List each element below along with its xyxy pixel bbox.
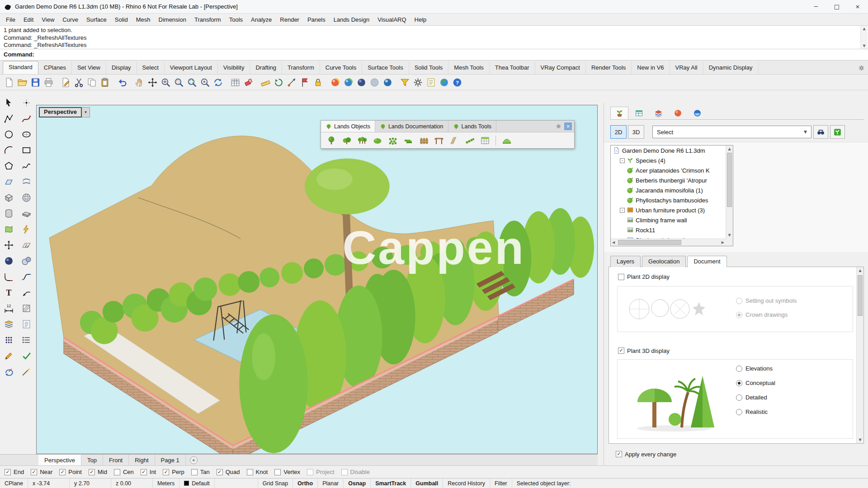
menu-solid[interactable]: Solid <box>111 14 132 25</box>
panel-tab-thea[interactable] <box>688 107 706 119</box>
move-button[interactable] <box>3 239 15 251</box>
pencil-edit-button[interactable] <box>3 350 15 361</box>
filter-funnel-button[interactable] <box>398 76 411 89</box>
3d-scene[interactable]: Cappen <box>37 105 597 454</box>
check-button[interactable] <box>20 350 33 361</box>
osnap-int-checkbox[interactable]: ✓Int <box>141 469 156 475</box>
copy-button[interactable] <box>85 76 98 89</box>
osnap-project-checkbox[interactable]: Project <box>307 469 334 475</box>
toolbar-tab-transform[interactable]: Transform <box>282 61 320 74</box>
tree-item[interactable]: Acer platanoides 'Crimson K <box>611 165 726 175</box>
tree-item[interactable]: Phyllostachys bambusoides <box>611 195 726 205</box>
toolbar-tab-solid-tools[interactable]: Solid Tools <box>409 61 449 74</box>
lands-pergola-button[interactable] <box>432 134 446 146</box>
plant-3d-display-checkbox[interactable]: ✓Plant 3D display <box>618 347 670 354</box>
patch-button[interactable] <box>3 223 15 235</box>
status-toggle-record-history[interactable]: Record History <box>443 479 490 488</box>
box-button[interactable] <box>3 192 15 203</box>
layer-table-button[interactable] <box>229 76 241 89</box>
radio-conceptual[interactable]: Conceptual <box>736 380 775 386</box>
print-button[interactable] <box>42 76 55 89</box>
menu-panels[interactable]: Panels <box>303 14 330 25</box>
osnap-mid-checkbox[interactable]: ✓Mid <box>89 469 107 475</box>
surface-loft-button[interactable] <box>20 176 33 188</box>
radio-detailed[interactable]: Detailed <box>736 394 775 401</box>
menu-help[interactable]: Help <box>410 14 431 25</box>
scroll-left-icon[interactable]: ◀ <box>612 240 615 244</box>
toolbar-tab-curve-tools[interactable]: Curve Tools <box>320 61 362 74</box>
toolbar-tab-cplanes[interactable]: CPlanes <box>38 61 72 74</box>
sphere-shaded-button[interactable] <box>355 76 368 89</box>
array-button[interactable] <box>3 334 15 346</box>
help-button[interactable]: ? <box>451 76 463 89</box>
toolbar-options-button[interactable] <box>858 64 865 72</box>
tree-item[interactable]: -Urban furniture product (3) <box>611 205 726 215</box>
sphere-dark-button[interactable] <box>3 255 15 267</box>
tree-item[interactable]: -Species (4) <box>611 155 726 165</box>
status-units[interactable]: Meters <box>153 479 179 488</box>
lands-schedule-button[interactable] <box>478 134 492 146</box>
circle-button[interactable] <box>3 128 15 140</box>
menu-edit[interactable]: Edit <box>19 14 38 25</box>
text-button[interactable]: T <box>3 286 15 298</box>
lands-fence-button[interactable] <box>416 134 430 146</box>
osnap-vertex-checkbox[interactable]: Vertex <box>274 469 300 475</box>
status-toggle-smarttrack[interactable]: SmartTrack <box>371 479 411 488</box>
scroll-down-icon[interactable]: ▼ <box>857 438 863 442</box>
lands-tab-lands-documentation[interactable]: Lands Documentation <box>375 121 448 132</box>
list-button[interactable] <box>20 334 33 346</box>
toolbar-tab-viewport-layout[interactable]: Viewport Layout <box>165 61 218 74</box>
lands-tab-lands-tools[interactable]: Lands Tools <box>448 121 497 132</box>
menu-transform[interactable]: Transform <box>190 14 225 25</box>
osnap-knot-checkbox[interactable]: Knot <box>247 469 268 475</box>
find-button[interactable] <box>813 125 828 139</box>
freeform-curve-button[interactable] <box>20 160 33 172</box>
minimize-button[interactable]: ─ <box>806 0 826 13</box>
viewport-tab-perspective[interactable]: Perspective <box>38 455 81 465</box>
lands-hedge-button[interactable] <box>401 134 415 146</box>
close-button[interactable]: × <box>847 0 868 13</box>
maximize-button[interactable]: □ <box>826 0 847 13</box>
menu-visualarq[interactable]: VisualARQ <box>373 14 410 25</box>
render-red-button[interactable] <box>329 76 341 89</box>
paste-button[interactable] <box>99 76 111 89</box>
zoom-window-button[interactable] <box>172 76 185 89</box>
tree-item[interactable]: Single real shaped see saw <box>611 235 726 239</box>
toolbar-tab-thea-toolbar[interactable]: Thea Toolbar <box>490 61 535 74</box>
options-gear-button[interactable] <box>411 76 424 89</box>
osnap-point-checkbox[interactable]: ✓Point <box>59 469 82 475</box>
arc-button[interactable] <box>3 144 15 156</box>
leader-button[interactable] <box>20 286 33 298</box>
tree-item[interactable]: Climbing frame wall <box>611 215 726 225</box>
menu-mesh[interactable]: Mesh <box>132 14 155 25</box>
sphere-rendered-button[interactable] <box>381 76 394 89</box>
menu-tools[interactable]: Tools <box>225 14 247 25</box>
dimension-button[interactable]: 12 <box>3 302 15 314</box>
lands-shrub-button[interactable] <box>340 134 354 146</box>
toolbar-tab-mesh-tools[interactable]: Mesh Tools <box>448 61 490 74</box>
viewport-tab-front[interactable]: Front <box>103 455 129 465</box>
cylinder-button[interactable] <box>3 207 15 219</box>
zoom-selected-button[interactable] <box>198 76 211 89</box>
scroll-up-icon[interactable]: ▲ <box>726 147 733 151</box>
menu-analyze[interactable]: Analyze <box>247 14 276 25</box>
radio-elevations[interactable]: Elevations <box>736 365 775 372</box>
scroll-up-icon[interactable]: ▲ <box>861 27 868 31</box>
toolbar-tab-standard[interactable]: Standard <box>3 61 38 74</box>
ellipse-button[interactable] <box>20 128 33 140</box>
scroll-down-icon[interactable]: ▼ <box>726 233 733 237</box>
spheres-button[interactable] <box>20 255 33 267</box>
cut-button[interactable] <box>72 76 85 89</box>
toolbar-tab-vray-compact[interactable]: VRay Compact <box>535 61 586 74</box>
lands-forest-button[interactable] <box>355 134 369 146</box>
zoom-dynamic-button[interactable] <box>159 76 172 89</box>
viewport-label[interactable]: Perspective ▾ <box>39 107 90 117</box>
save-button[interactable] <box>29 76 42 89</box>
section-tab-geolocation[interactable]: Geolocation <box>642 256 686 267</box>
cplane-button[interactable] <box>20 239 33 251</box>
menu-dimension[interactable]: Dimension <box>155 14 190 25</box>
menu-render[interactable]: Render <box>276 14 303 25</box>
lands-terrain-button[interactable] <box>500 134 514 146</box>
tree-item[interactable]: Berberis thunbergii 'Atropur <box>611 175 726 185</box>
panel-tab-vray[interactable] <box>669 107 687 119</box>
